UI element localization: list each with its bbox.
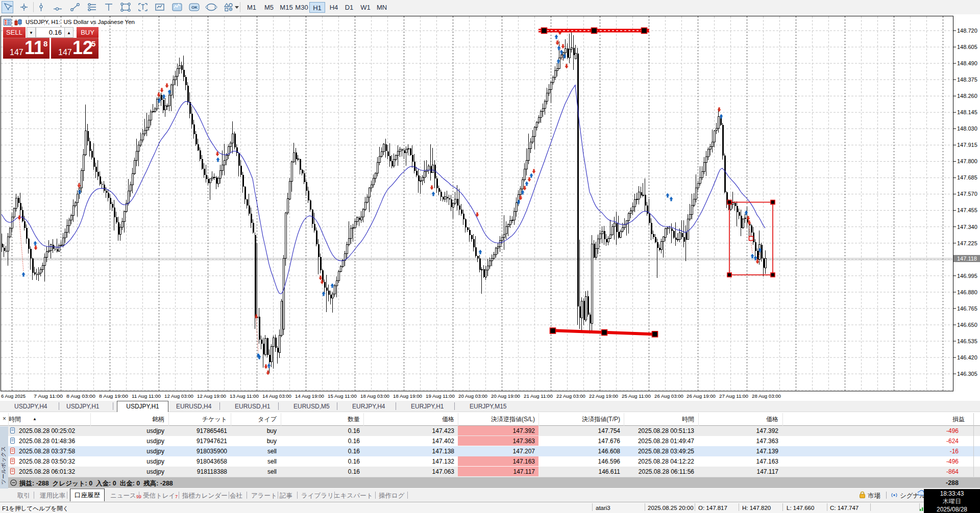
- svg-text:20 Aug 19:00: 20 Aug 19:00: [491, 393, 520, 399]
- svg-text:8 Aug 03:00: 8 Aug 03:00: [66, 393, 95, 399]
- svg-text:146.305: 146.305: [957, 371, 977, 377]
- svg-text:20 Aug 03:00: 20 Aug 03:00: [458, 393, 487, 399]
- svg-text:146.880: 146.880: [957, 289, 977, 295]
- svg-text:147.800: 147.800: [957, 158, 977, 164]
- svg-text:14 Aug 19:00: 14 Aug 19:00: [295, 393, 324, 399]
- svg-text:8 Aug 19:00: 8 Aug 19:00: [99, 393, 128, 399]
- svg-text:148.605: 148.605: [957, 44, 977, 50]
- svg-text:13 Aug 11:00: 13 Aug 11:00: [230, 393, 259, 399]
- svg-text:6 Aug 2025: 6 Aug 2025: [1, 393, 26, 399]
- svg-text:146.995: 146.995: [957, 273, 977, 279]
- svg-text:148.375: 148.375: [957, 76, 977, 83]
- svg-text:148.260: 148.260: [957, 93, 977, 99]
- svg-text:7 Aug 11:00: 7 Aug 11:00: [34, 393, 63, 399]
- svg-text:146.420: 146.420: [957, 354, 977, 361]
- svg-text:147.570: 147.570: [957, 191, 977, 197]
- svg-text:147.340: 147.340: [957, 224, 977, 230]
- svg-text:146.650: 146.650: [957, 322, 977, 328]
- svg-text:147.685: 147.685: [957, 174, 977, 181]
- svg-text:OK: OK: [191, 5, 198, 10]
- svg-text:148.030: 148.030: [957, 125, 977, 132]
- svg-text:147.225: 147.225: [957, 240, 977, 246]
- svg-text:12 Aug 19:00: 12 Aug 19:00: [197, 393, 226, 399]
- svg-text:22 Aug 19:00: 22 Aug 19:00: [589, 393, 618, 399]
- svg-text:147.118: 147.118: [957, 255, 977, 262]
- svg-text:14 Aug 03:00: 14 Aug 03:00: [262, 393, 291, 399]
- svg-text:19 Aug 11:00: 19 Aug 11:00: [426, 393, 455, 399]
- svg-text:18 Aug 03:00: 18 Aug 03:00: [360, 393, 389, 399]
- svg-text:12 Aug 03:00: 12 Aug 03:00: [164, 393, 193, 399]
- svg-text:146.765: 146.765: [957, 305, 977, 312]
- svg-text:26 Aug 03:00: 26 Aug 03:00: [654, 393, 683, 399]
- svg-text:26 Aug 19:00: 26 Aug 19:00: [687, 393, 716, 399]
- svg-text:147.915: 147.915: [957, 142, 977, 148]
- svg-text:148.490: 148.490: [957, 60, 977, 66]
- svg-text:11 Aug 11:00: 11 Aug 11:00: [132, 393, 161, 399]
- svg-text:148.145: 148.145: [957, 109, 977, 115]
- svg-text:146.535: 146.535: [957, 338, 977, 344]
- svg-text:27 Aug 11:00: 27 Aug 11:00: [719, 393, 748, 399]
- svg-text:22 Aug 03:00: 22 Aug 03:00: [556, 393, 585, 399]
- svg-text:15 Aug 11:00: 15 Aug 11:00: [328, 393, 357, 399]
- svg-text:25 Aug 11:00: 25 Aug 11:00: [622, 393, 651, 399]
- svg-text:148.720: 148.720: [957, 28, 977, 34]
- svg-text:28 Aug 03:00: 28 Aug 03:00: [752, 393, 781, 399]
- svg-text:147.455: 147.455: [957, 207, 977, 213]
- svg-text:18 Aug 19:00: 18 Aug 19:00: [393, 393, 422, 399]
- svg-text:21 Aug 11:00: 21 Aug 11:00: [524, 393, 553, 399]
